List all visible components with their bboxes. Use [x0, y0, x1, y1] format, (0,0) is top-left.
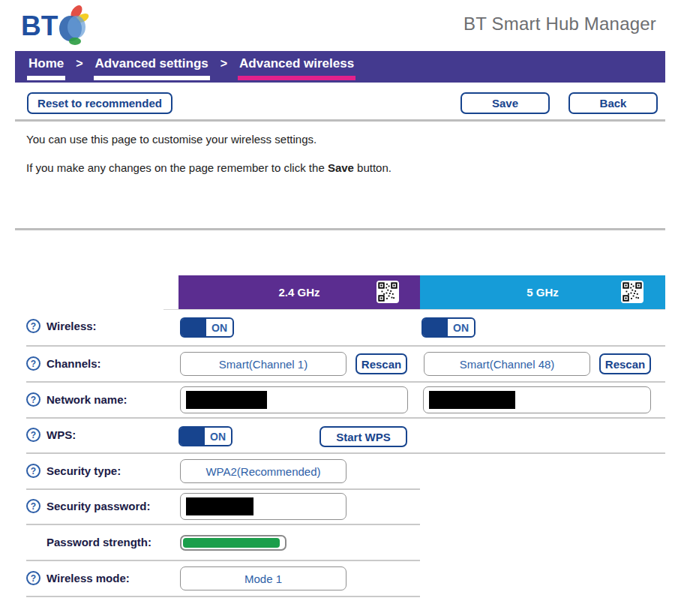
band-label-2-4ghz: 2.4 GHz — [278, 286, 320, 299]
nav-item-label: Home — [28, 56, 64, 71]
network-name-input-5ghz[interactable] — [423, 386, 651, 413]
bt-globe-icon — [59, 3, 90, 45]
nav-item-label: Advanced wireless — [239, 56, 354, 71]
row-wireless-mode: ? Wireless mode: Mode 1 — [15, 561, 665, 597]
nav-item-label: Advanced settings — [95, 56, 208, 71]
row-security-type: ? Security type: WPA2(Recommended) — [15, 454, 665, 490]
redacted-value — [186, 497, 254, 515]
divider — [15, 228, 665, 230]
row-divider — [26, 596, 420, 597]
wireless-toggle-5ghz[interactable]: ON — [422, 317, 476, 338]
qr-code-icon-2-4ghz[interactable] — [376, 281, 399, 303]
channel-select-value: Smart(Channel 48) — [460, 358, 555, 371]
redacted-value — [186, 391, 267, 409]
help-icon[interactable]: ? — [26, 571, 40, 585]
password-strength-bar — [180, 535, 286, 551]
row-wps: ? WPS: ON Start WPS — [15, 419, 665, 454]
toggle-state-label: ON — [448, 322, 474, 334]
channel-select-2-4ghz[interactable]: Smart(Channel 1) — [180, 352, 346, 376]
rescan-button-5ghz[interactable]: Rescan — [599, 353, 651, 374]
reset-to-recommended-button[interactable]: Reset to recommended — [27, 92, 172, 114]
row-label-wps: WPS: — [46, 428, 76, 441]
row-password-strength: Password strength: — [15, 525, 665, 561]
row-label-password-strength: Password strength: — [46, 536, 152, 548]
intro-line2-prefix: If you make any changes on the page reme… — [26, 161, 328, 174]
nav-underline — [27, 76, 65, 80]
qr-code-icon-5ghz[interactable] — [621, 281, 644, 303]
network-name-input-2-4ghz[interactable] — [180, 386, 408, 413]
security-type-value: WPA2(Recommended) — [206, 465, 320, 478]
row-channels: ? Channels: Smart(Channel 1) Rescan Smar… — [15, 347, 665, 383]
back-button[interactable]: Back — [568, 92, 658, 114]
wireless-toggle-2-4ghz[interactable]: ON — [180, 317, 234, 338]
help-icon[interactable]: ? — [26, 392, 40, 407]
row-label-network-name: Network name: — [46, 393, 128, 406]
row-label-security-type: Security type: — [46, 464, 121, 477]
divider — [15, 119, 665, 122]
channel-select-5ghz[interactable]: Smart(Channel 48) — [424, 352, 590, 376]
page-title: BT Smart Hub Manager — [464, 14, 656, 35]
page: BT BT Smart Hub Manager Home > Advanced … — [0, 0, 678, 616]
nav-item-advanced-wireless[interactable]: Advanced wireless — [238, 51, 356, 83]
security-password-input[interactable] — [180, 493, 346, 520]
row-wireless: ? Wireless: ON ON — [15, 309, 665, 347]
row-security-password: ? Security password: — [15, 490, 665, 525]
chevron-right-icon: > — [65, 51, 93, 83]
band-header-2-4ghz: 2.4 GHz — [178, 275, 420, 309]
help-icon[interactable]: ? — [26, 499, 40, 513]
intro-text-line1: You can use this page to customise your … — [26, 133, 316, 146]
toggle-state-label: ON — [205, 431, 231, 443]
bt-logo-graphic: BT — [21, 3, 111, 48]
password-strength-fill — [183, 538, 280, 548]
chevron-right-icon: > — [210, 51, 238, 83]
security-type-select[interactable]: WPA2(Recommended) — [180, 459, 346, 483]
row-label-wireless-mode: Wireless mode: — [46, 572, 130, 584]
bt-logo: BT — [21, 3, 111, 48]
row-label-security-password: Security password: — [46, 500, 150, 512]
toggle-state-label: ON — [206, 322, 232, 334]
nav-item-advanced-settings[interactable]: Advanced settings — [94, 51, 210, 83]
intro-line2-save-word: Save — [328, 161, 354, 174]
wps-toggle[interactable]: ON — [178, 426, 232, 446]
toggle-knob — [180, 428, 205, 445]
breadcrumb-navbar: Home > Advanced settings > Advanced wire… — [15, 51, 665, 83]
wireless-settings-table: 2.4 GHz 5 GHz — [15, 275, 665, 597]
channel-select-value: Smart(Channel 1) — [219, 358, 308, 371]
toggle-knob — [423, 319, 448, 336]
redacted-value — [429, 391, 515, 409]
help-icon[interactable]: ? — [26, 428, 40, 442]
toggle-knob — [182, 319, 206, 336]
start-wps-button[interactable]: Start WPS — [320, 426, 407, 447]
band-label-5ghz: 5 GHz — [526, 286, 559, 299]
help-icon[interactable]: ? — [26, 356, 40, 371]
help-icon[interactable]: ? — [26, 464, 40, 478]
save-button[interactable]: Save — [460, 92, 550, 114]
nav-underline — [94, 76, 210, 80]
wireless-mode-value: Mode 1 — [244, 572, 282, 585]
wireless-mode-select[interactable]: Mode 1 — [180, 566, 346, 590]
intro-line2-suffix: button. — [354, 161, 392, 174]
bt-logo-text: BT — [21, 11, 58, 41]
row-label-channels: Channels: — [46, 357, 101, 370]
help-icon[interactable]: ? — [26, 319, 40, 333]
band-header-5ghz: 5 GHz — [420, 275, 665, 309]
rescan-button-2-4ghz[interactable]: Rescan — [356, 353, 407, 374]
intro-text-line2: If you make any changes on the page reme… — [26, 161, 392, 174]
nav-item-home[interactable]: Home — [27, 51, 65, 83]
nav-underline-active — [238, 76, 356, 80]
row-label-wireless: Wireless: — [46, 320, 97, 332]
row-network-name: ? Network name: — [15, 383, 665, 419]
